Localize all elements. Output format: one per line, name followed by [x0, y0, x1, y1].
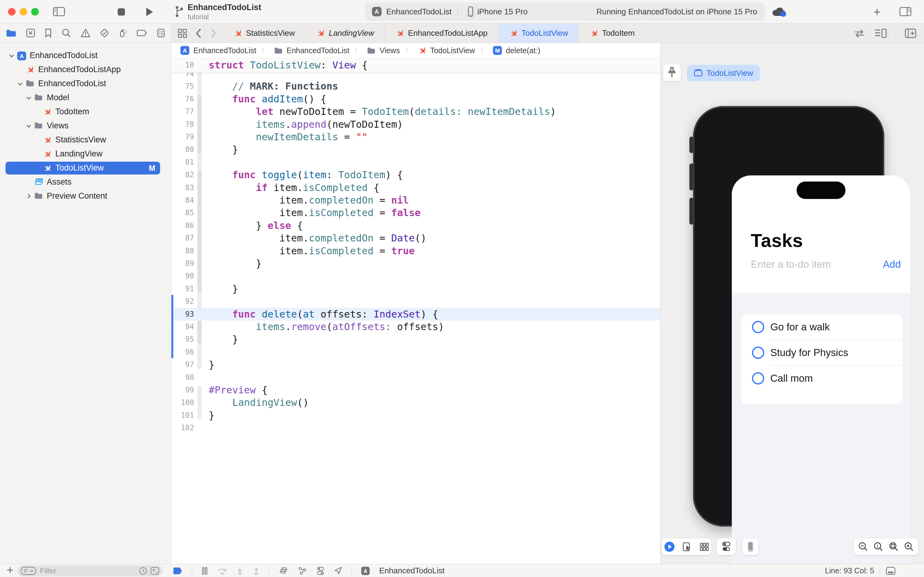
- todo-row[interactable]: Study for Physics: [741, 340, 903, 366]
- issues-icon[interactable]: [80, 28, 91, 38]
- preview-device-button[interactable]: [742, 538, 758, 555]
- memory-graph-icon[interactable]: [298, 566, 307, 575]
- find-icon[interactable]: [61, 28, 71, 38]
- disclosure-closed-icon[interactable]: [26, 193, 32, 199]
- code-line-100[interactable]: 100 LandingView(): [171, 396, 660, 409]
- scheme-selector[interactable]: A EnhancedTodoList 〉 iPhone 15 Pro Runni…: [365, 2, 765, 21]
- running-process-name[interactable]: EnhancedTodoList: [379, 566, 444, 575]
- close-window-button[interactable]: [8, 8, 16, 16]
- toggle-left-sidebar-icon[interactable]: [53, 6, 65, 17]
- breakpoints-icon[interactable]: [137, 29, 148, 37]
- navigate-forward-icon[interactable]: [210, 28, 217, 39]
- editor-tab-statisticsview[interactable]: StatisticsView: [223, 24, 306, 43]
- sidebar-item-views[interactable]: Views: [0, 119, 171, 133]
- line-number[interactable]: 90: [171, 269, 194, 282]
- code-line-83[interactable]: 83 if item.isCompleted {: [171, 181, 660, 194]
- filter-options-icon[interactable]: [21, 567, 36, 575]
- line-number[interactable]: 80: [171, 143, 194, 156]
- source-editor[interactable]: 7475 // MARK: Functions76 func addItem()…: [171, 58, 660, 564]
- code-line-78[interactable]: 78 items.append(newToDoItem): [171, 118, 660, 131]
- sidebar-item-landingview[interactable]: LandingView: [0, 147, 171, 161]
- add-tab-button[interactable]: +: [873, 5, 881, 19]
- zoom-window-button[interactable]: [31, 8, 39, 16]
- line-number[interactable]: 77: [171, 105, 194, 118]
- line-number[interactable]: 83: [171, 181, 194, 194]
- code-line-95[interactable]: 95 }: [171, 333, 660, 346]
- line-number[interactable]: 75: [171, 80, 194, 93]
- debug-icon[interactable]: [119, 28, 128, 38]
- sidebar-item-todoitem[interactable]: TodoItem: [0, 105, 171, 119]
- line-number[interactable]: 81: [171, 156, 194, 169]
- code-line-80[interactable]: 80 }: [171, 143, 660, 156]
- sidebar-item-enhancedtodolist[interactable]: EnhancedTodoList: [0, 77, 171, 91]
- simulate-location-icon[interactable]: [334, 566, 342, 575]
- sidebar-item-enhancedtodolistapp[interactable]: EnhancedTodoListApp: [0, 63, 171, 77]
- breadcrumb-item[interactable]: AEnhancedTodoList: [180, 45, 256, 55]
- pin-preview-button[interactable]: [663, 64, 681, 81]
- add-file-button[interactable]: +: [7, 564, 13, 577]
- zoom-100-icon[interactable]: 1: [874, 542, 883, 552]
- device-settings-button[interactable]: [717, 538, 736, 555]
- related-items-icon[interactable]: [177, 28, 187, 38]
- breadcrumb-item[interactable]: Mdelete(at:): [493, 45, 541, 55]
- sidebar-item-model[interactable]: Model: [0, 91, 171, 105]
- code-line-93[interactable]: 93 func delete(at offsets: IndexSet) {: [171, 308, 660, 321]
- recent-files-icon[interactable]: [139, 567, 147, 575]
- variants-preview-button[interactable]: [699, 542, 709, 551]
- line-number[interactable]: 102: [171, 421, 194, 434]
- todo-row[interactable]: Call mom: [741, 366, 903, 391]
- editor-tab-enhancedtodolistapp[interactable]: EnhancedTodoListApp: [385, 24, 498, 43]
- editor-layout-icon[interactable]: [885, 566, 896, 575]
- breadcrumb-item[interactable]: TodoListView: [417, 46, 475, 55]
- code-line-102[interactable]: 102: [171, 421, 660, 434]
- source-control-icon[interactable]: [26, 28, 35, 38]
- zoom-out-icon[interactable]: [858, 542, 868, 552]
- code-line-90[interactable]: 90: [171, 269, 660, 282]
- project-navigator-icon[interactable]: [5, 28, 16, 38]
- bookmarks-icon[interactable]: [44, 28, 52, 38]
- breadcrumb-item[interactable]: EnhancedTodoList: [274, 46, 349, 55]
- line-number[interactable]: 85: [171, 206, 194, 219]
- disclosure-open-icon[interactable]: [17, 81, 23, 87]
- code-line-89[interactable]: 89 }: [171, 257, 660, 270]
- line-number[interactable]: 94: [171, 320, 194, 333]
- code-line-98[interactable]: 98: [171, 371, 660, 384]
- line-number[interactable]: 82: [171, 168, 194, 181]
- todo-input-placeholder[interactable]: Enter a to-do item: [751, 259, 831, 270]
- stop-button[interactable]: [117, 7, 126, 16]
- code-line-84[interactable]: 84 item.completedOn = nil: [171, 194, 660, 206]
- code-line-79[interactable]: 79 newItemDetails = "": [171, 131, 660, 143]
- line-number[interactable]: 99: [171, 384, 194, 396]
- code-line-85[interactable]: 85 item.isCompleted = false: [171, 206, 660, 219]
- pause-execution-icon[interactable]: [201, 567, 208, 575]
- zoom-in-icon[interactable]: [904, 542, 914, 552]
- code-line-82[interactable]: 82 func toggle(item: TodoItem) {: [171, 168, 660, 181]
- sidebar-item-todolistview[interactable]: TodoListViewM: [0, 161, 171, 175]
- line-number[interactable]: 101: [171, 409, 194, 422]
- line-number[interactable]: 96: [171, 346, 194, 358]
- scheme-name[interactable]: EnhancedTodoList: [386, 7, 452, 16]
- line-number[interactable]: 91: [171, 282, 194, 295]
- line-number[interactable]: 88: [171, 245, 194, 257]
- line-number[interactable]: 98: [171, 371, 194, 384]
- code-line-92[interactable]: 92: [171, 295, 660, 308]
- toggle-right-sidebar-icon[interactable]: [899, 6, 912, 17]
- editor-tab-landingview[interactable]: LandingView: [306, 24, 385, 43]
- run-destination[interactable]: iPhone 15 Pro: [477, 7, 528, 16]
- selectable-preview-button[interactable]: [682, 542, 692, 552]
- minimize-window-button[interactable]: [19, 8, 27, 16]
- navigator-filter-field[interactable]: Filter: [18, 566, 163, 576]
- line-number[interactable]: 95: [171, 333, 194, 346]
- sidebar-item-preview-content[interactable]: Preview Content: [0, 189, 171, 203]
- reports-icon[interactable]: [157, 28, 165, 38]
- todo-checkbox[interactable]: [752, 372, 764, 384]
- sidebar-item-assets[interactable]: Assets: [0, 175, 171, 189]
- todo-checkbox[interactable]: [752, 321, 764, 333]
- tests-icon[interactable]: [100, 28, 109, 38]
- sidebar-item-statisticsview[interactable]: StatisticsView: [0, 133, 171, 147]
- environment-overrides-icon[interactable]: [317, 566, 325, 575]
- line-number[interactable]: 79: [171, 131, 194, 143]
- breakpoints-toggle-button[interactable]: [173, 567, 183, 575]
- line-number[interactable]: 92: [171, 295, 194, 308]
- source-control-filter-icon[interactable]: [150, 567, 159, 575]
